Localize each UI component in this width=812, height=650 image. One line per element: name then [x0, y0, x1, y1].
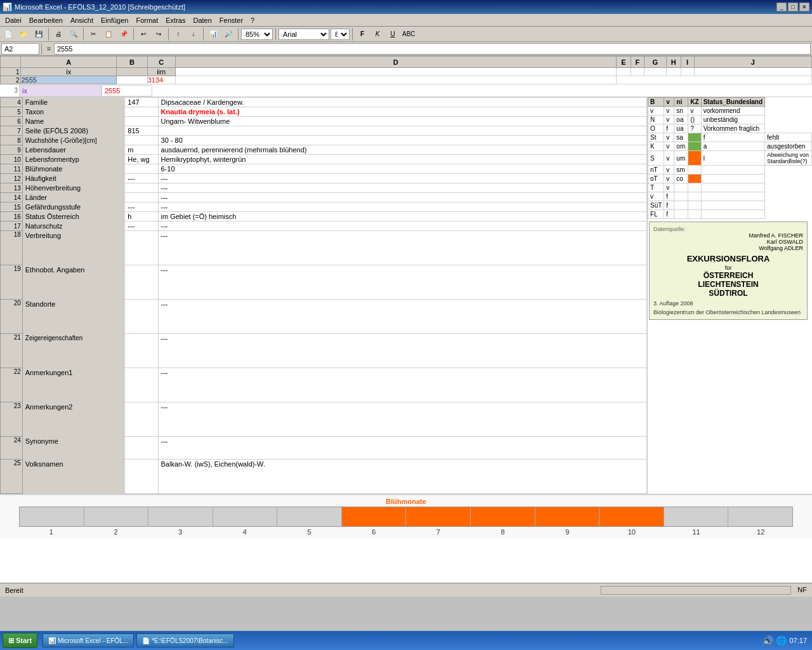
- menu-format[interactable]: Format: [132, 15, 162, 25]
- cell-g1[interactable]: [644, 68, 666, 76]
- save-button[interactable]: 💾: [32, 27, 46, 41]
- cell-b1[interactable]: [117, 68, 148, 76]
- col-header-d[interactable]: D: [175, 56, 616, 68]
- menu-daten[interactable]: Daten: [189, 15, 215, 25]
- val-lebensdauer-c[interactable]: ausdauernd, perennierend (mehrmals blühe…: [158, 145, 646, 155]
- val-verbreitung-c[interactable]: ---: [158, 231, 646, 265]
- font-size-select[interactable]: 8 10 12: [331, 29, 350, 40]
- maximize-button[interactable]: □: [788, 3, 798, 11]
- val-naturschutz-b[interactable]: ---: [125, 222, 158, 231]
- open-button[interactable]: 📁: [16, 27, 30, 41]
- val-taxon-c[interactable]: Knautia drymeia (s. lat.): [158, 107, 646, 117]
- val-status-oe-c[interactable]: im Gebiet (=Ö) heimisch: [158, 212, 646, 222]
- val-naturschutz-c[interactable]: ---: [158, 222, 646, 231]
- menu-einfuegen[interactable]: Einfügen: [97, 15, 132, 25]
- zoom-select[interactable]: 85% 100%: [241, 29, 273, 40]
- val-laender-c[interactable]: ---: [158, 193, 646, 202]
- menu-ansicht[interactable]: Ansicht: [67, 15, 97, 25]
- val-standorte-c[interactable]: ---: [158, 300, 646, 334]
- ix-value-cell[interactable]: 2555: [102, 85, 152, 96]
- val-anm2-b[interactable]: [125, 402, 158, 437]
- val-bluehmonate-c[interactable]: 6-10: [158, 164, 646, 174]
- cell-f1[interactable]: [631, 68, 644, 76]
- val-seite-b[interactable]: 815: [125, 126, 158, 136]
- val-hoehenverbreitung-b[interactable]: [125, 183, 158, 193]
- val-lebensformentyp-b[interactable]: He, wg: [125, 155, 158, 164]
- val-haeufigkeit-b[interactable]: ---: [125, 174, 158, 183]
- col-header-c[interactable]: C: [147, 56, 175, 68]
- cell-a1[interactable]: ix: [21, 68, 117, 76]
- val-anm1-b[interactable]: [125, 368, 158, 402]
- menu-datei[interactable]: Datei: [1, 15, 25, 25]
- zoom-button[interactable]: 🔎: [221, 27, 235, 41]
- col-header-e[interactable]: E: [616, 56, 631, 68]
- close-button[interactable]: ✕: [799, 3, 809, 11]
- cell-reference[interactable]: A2: [1, 43, 39, 55]
- val-gefaehrdungsstufe-c[interactable]: ---: [158, 202, 646, 212]
- chart-button[interactable]: 📊: [206, 27, 220, 41]
- col-header-b[interactable]: B: [117, 56, 148, 68]
- italic-button[interactable]: K: [370, 27, 384, 41]
- cell-b2[interactable]: [117, 76, 148, 84]
- val-bluehmonate-b[interactable]: [125, 164, 158, 174]
- cell-h1[interactable]: [666, 68, 681, 76]
- cell-e1[interactable]: [616, 68, 631, 76]
- menu-help[interactable]: ?: [247, 15, 258, 25]
- val-synonyme-b[interactable]: [125, 437, 158, 460]
- val-haeufigkeit-c[interactable]: ---: [158, 174, 646, 183]
- val-lebensdauer-b[interactable]: m: [125, 145, 158, 155]
- cell-a2[interactable]: 2555: [21, 76, 117, 84]
- val-ethnobot-b[interactable]: [125, 265, 158, 300]
- val-name-c[interactable]: Ungarn- Witwenblume: [158, 117, 646, 126]
- val-standorte-b[interactable]: [125, 300, 158, 334]
- bold-button[interactable]: F: [355, 27, 369, 41]
- start-button[interactable]: ⊞ Start: [3, 633, 37, 648]
- val-anm2-c[interactable]: ---: [158, 402, 646, 437]
- redo-button[interactable]: ↪: [152, 27, 166, 41]
- val-volksnamen-b[interactable]: [125, 460, 158, 494]
- col-header-i[interactable]: I: [681, 56, 694, 68]
- val-seite-c[interactable]: [158, 126, 646, 136]
- val-laender-b[interactable]: [125, 193, 158, 202]
- col-header-f[interactable]: F: [631, 56, 644, 68]
- col-header-g[interactable]: G: [644, 56, 666, 68]
- val-synonyme-c[interactable]: ---: [158, 437, 646, 460]
- val-anm1-c[interactable]: ---: [158, 368, 646, 402]
- menu-fenster[interactable]: Fenster: [216, 15, 247, 25]
- val-wuchshoehe-b[interactable]: [125, 136, 158, 145]
- ix-label-cell[interactable]: ix: [19, 85, 102, 96]
- cell-i1[interactable]: [681, 68, 694, 76]
- val-volksnamen-c[interactable]: Balkan-W. (iwS), Eichen(wald)-W.: [158, 460, 646, 494]
- formula-input[interactable]: 2555: [54, 43, 811, 55]
- undo-button[interactable]: ↩: [136, 27, 150, 41]
- sort-asc-button[interactable]: ↑: [171, 27, 185, 41]
- print-button[interactable]: 🖨: [51, 27, 65, 41]
- menu-extras[interactable]: Extras: [162, 15, 189, 25]
- cell-d2[interactable]: [175, 76, 616, 84]
- col-header-a[interactable]: A: [21, 56, 117, 68]
- underline-button[interactable]: U: [386, 27, 400, 41]
- taskbar-item-excel[interactable]: 📊 Microsoft Excel - EFÖL...: [43, 633, 134, 647]
- print-preview-button[interactable]: 🔍: [67, 27, 81, 41]
- col-header-h[interactable]: H: [666, 56, 681, 68]
- cut-button[interactable]: ✂: [86, 27, 100, 41]
- val-status-oe-b[interactable]: h: [125, 212, 158, 222]
- cell-c2[interactable]: 3134: [147, 76, 175, 84]
- cell-j1[interactable]: [694, 68, 811, 76]
- val-hoehenverbreitung-c[interactable]: ---: [158, 183, 646, 193]
- sort-desc-button[interactable]: ↓: [187, 27, 200, 41]
- val-familie-b[interactable]: 147: [125, 98, 158, 107]
- minimize-button[interactable]: _: [776, 3, 787, 11]
- val-verbreitung-b[interactable]: [125, 231, 158, 265]
- new-button[interactable]: 📄: [1, 27, 15, 41]
- menu-bearbeiten[interactable]: Bearbeiten: [25, 15, 67, 25]
- val-name-b[interactable]: [125, 117, 158, 126]
- col-header-j[interactable]: J: [694, 56, 811, 68]
- val-zeiger-b[interactable]: [125, 334, 158, 368]
- val-ethnobot-c[interactable]: ---: [158, 265, 646, 300]
- font-select[interactable]: Arial: [278, 29, 329, 40]
- val-taxon-b[interactable]: [125, 107, 158, 117]
- val-gefaehrdungsstufe-b[interactable]: ---: [125, 202, 158, 212]
- cell-c1[interactable]: iim: [147, 68, 175, 76]
- taskbar-item-botanik[interactable]: 📄 *E:\EFÖLS2007\Botanisc...: [136, 633, 234, 647]
